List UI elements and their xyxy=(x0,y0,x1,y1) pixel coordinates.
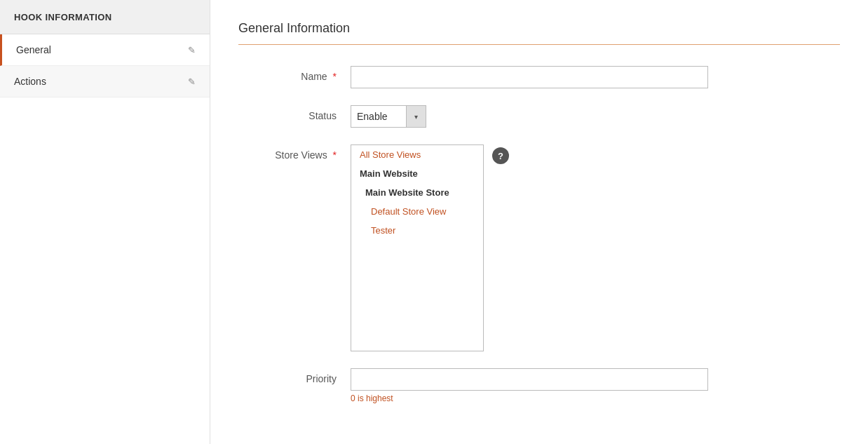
name-field-wrapper xyxy=(351,66,715,88)
store-view-default[interactable]: Default Store View xyxy=(351,202,483,221)
sidebar-title: HOOK INFORMATION xyxy=(14,12,112,22)
status-field-wrapper: Enable Disable ▾ xyxy=(351,105,715,128)
sidebar-item-general[interactable]: General ✎ xyxy=(0,34,210,66)
store-views-field-wrapper: All Store Views Main Website Main Websit… xyxy=(351,144,509,351)
sidebar-general-label: General xyxy=(16,44,182,55)
name-row: Name * xyxy=(238,66,840,88)
sidebar-header: HOOK INFORMATION xyxy=(0,0,210,34)
status-dropdown-arrow[interactable]: ▾ xyxy=(407,105,426,128)
sidebar-actions-label: Actions xyxy=(14,76,182,87)
main-content: General Information Name * Status Enable… xyxy=(210,0,868,444)
edit-general-icon: ✎ xyxy=(188,45,196,55)
store-views-required-star: * xyxy=(333,149,337,161)
edit-actions-icon: ✎ xyxy=(188,76,196,87)
sidebar: HOOK INFORMATION General ✎ Actions ✎ xyxy=(0,0,210,444)
section-title: General Information xyxy=(238,21,840,45)
store-views-multiselect[interactable]: All Store Views Main Website Main Websit… xyxy=(351,144,484,351)
priority-hint: 0 is highest xyxy=(351,393,715,403)
store-view-tester[interactable]: Tester xyxy=(351,221,483,240)
priority-row: Priority 0 is highest xyxy=(238,368,840,403)
status-label: Status xyxy=(238,105,351,121)
store-view-main-website-store[interactable]: Main Website Store xyxy=(351,183,483,202)
name-required-star: * xyxy=(333,71,337,82)
priority-field-wrapper: 0 is highest xyxy=(351,368,715,403)
name-label: Name * xyxy=(238,66,351,82)
store-views-help-icon: ? xyxy=(492,147,509,164)
store-views-label: Store Views * xyxy=(238,144,351,161)
store-views-row: Store Views * All Store Views Main Websi… xyxy=(238,144,840,351)
priority-label: Priority xyxy=(238,368,351,384)
store-view-main-website[interactable]: Main Website xyxy=(351,164,483,183)
status-select-wrapper: Enable Disable ▾ xyxy=(351,105,715,128)
status-select[interactable]: Enable Disable xyxy=(351,105,407,128)
name-input[interactable] xyxy=(351,66,708,88)
sidebar-item-actions[interactable]: Actions ✎ xyxy=(0,66,210,97)
priority-input[interactable] xyxy=(351,368,708,391)
store-view-all[interactable]: All Store Views xyxy=(351,145,483,164)
chevron-down-icon: ▾ xyxy=(414,113,418,121)
status-row: Status Enable Disable ▾ xyxy=(238,105,840,128)
